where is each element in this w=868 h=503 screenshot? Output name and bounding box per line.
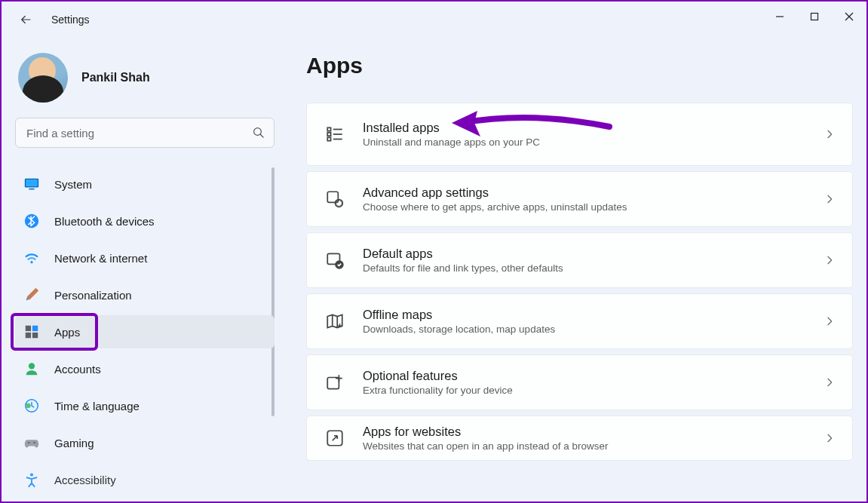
svg-rect-8 — [29, 189, 34, 189]
sidebar-item-label: Accessibility — [54, 474, 116, 486]
app-title: Settings — [51, 14, 90, 26]
maximize-button[interactable] — [797, 2, 832, 32]
svg-point-18 — [34, 442, 35, 443]
svg-rect-7 — [26, 179, 38, 186]
svg-rect-21 — [327, 133, 330, 136]
search-input[interactable] — [15, 118, 275, 148]
sidebar-item-accounts[interactable]: Accounts — [15, 352, 275, 385]
card-default-apps[interactable]: Default apps Defaults for file and link … — [306, 232, 853, 288]
chevron-right-icon — [824, 315, 836, 327]
sidebar-item-label: Accounts — [54, 363, 101, 376]
card-subtitle: Downloads, storage location, map updates — [363, 324, 824, 335]
svg-point-16 — [26, 403, 30, 408]
svg-point-17 — [28, 442, 29, 443]
sidebar-item-apps[interactable]: Apps — [15, 315, 275, 348]
svg-line-5 — [260, 134, 263, 137]
apps-icon — [23, 323, 41, 341]
sidebar-item-label: Time & language — [54, 400, 140, 413]
card-title: Optional features — [363, 369, 824, 383]
svg-point-14 — [29, 363, 35, 369]
gaming-icon — [23, 434, 41, 452]
avatar — [18, 53, 68, 103]
time-icon — [23, 397, 41, 415]
back-button[interactable] — [15, 9, 36, 30]
sidebar-item-label: Apps — [54, 326, 80, 339]
svg-rect-30 — [327, 378, 339, 389]
card-optional-features[interactable]: Optional features Extra functionality fo… — [306, 354, 853, 410]
offline-maps-icon — [324, 310, 346, 333]
card-installed-apps[interactable]: Installed apps Uninstall and manage apps… — [306, 103, 853, 166]
card-subtitle: Extra functionality for your device — [363, 385, 824, 396]
personalization-icon — [23, 286, 41, 304]
search-icon — [252, 126, 265, 140]
sidebar-item-bluetooth[interactable]: Bluetooth & devices — [15, 204, 275, 238]
sidebar-item-label: Personalization — [54, 289, 132, 302]
card-subtitle: Websites that can open in an app instead… — [363, 440, 824, 452]
card-title: Installed apps — [363, 121, 824, 135]
svg-rect-22 — [327, 137, 330, 140]
svg-point-19 — [30, 474, 33, 477]
sidebar-item-label: Bluetooth & devices — [54, 215, 155, 228]
sidebar-item-network[interactable]: Network & internet — [15, 241, 275, 275]
chevron-right-icon — [824, 128, 836, 140]
sidebar-item-system[interactable]: System — [15, 167, 275, 201]
default-apps-icon — [324, 249, 346, 271]
svg-rect-11 — [32, 326, 38, 331]
svg-rect-20 — [327, 127, 330, 130]
svg-rect-12 — [26, 333, 31, 338]
page-title: Apps — [306, 53, 853, 78]
accessibility-icon — [23, 471, 41, 489]
card-title: Apps for websites — [363, 425, 824, 439]
close-button[interactable] — [832, 2, 866, 32]
sidebar-item-accessibility[interactable]: Accessibility — [15, 463, 275, 496]
card-apps-for-websites[interactable]: Apps for websites Websites that can open… — [306, 416, 853, 461]
minimize-button[interactable] — [762, 2, 797, 32]
profile-block[interactable]: Pankil Shah — [15, 53, 275, 103]
card-subtitle: Uninstall and manage apps on your PC — [363, 136, 824, 148]
card-subtitle: Defaults for file and link types, other … — [363, 262, 824, 274]
chevron-right-icon — [824, 193, 836, 205]
profile-name: Pankil Shah — [81, 71, 150, 84]
apps-for-websites-icon — [324, 427, 346, 449]
system-icon — [23, 175, 41, 193]
accounts-icon — [23, 360, 41, 378]
card-title: Offline maps — [363, 308, 824, 322]
sidebar-item-label: Gaming — [54, 437, 94, 449]
card-subtitle: Choose where to get apps, archive apps, … — [363, 201, 824, 213]
sidebar-item-label: Network & internet — [54, 252, 147, 265]
search-box[interactable] — [15, 118, 275, 148]
card-advanced-app-settings[interactable]: Advanced app settings Choose where to ge… — [306, 171, 853, 227]
svg-rect-1 — [811, 14, 818, 20]
card-title: Advanced app settings — [363, 186, 824, 200]
sidebar-item-gaming[interactable]: Gaming — [15, 426, 275, 459]
network-icon — [23, 249, 41, 267]
installed-apps-icon — [324, 123, 346, 146]
svg-rect-10 — [26, 326, 31, 331]
sidebar-item-time[interactable]: Time & language — [15, 389, 275, 422]
sidebar-item-label: System — [54, 178, 92, 191]
chevron-right-icon — [824, 376, 836, 388]
svg-rect-13 — [32, 333, 38, 338]
chevron-right-icon — [824, 254, 836, 266]
optional-features-icon — [324, 371, 346, 394]
card-offline-maps[interactable]: Offline maps Downloads, storage location… — [306, 293, 853, 349]
chevron-right-icon — [824, 432, 836, 444]
advanced-app-settings-icon — [324, 188, 346, 210]
sidebar-item-personalization[interactable]: Personalization — [15, 278, 275, 311]
bluetooth-icon — [23, 212, 41, 230]
card-title: Default apps — [363, 247, 824, 261]
